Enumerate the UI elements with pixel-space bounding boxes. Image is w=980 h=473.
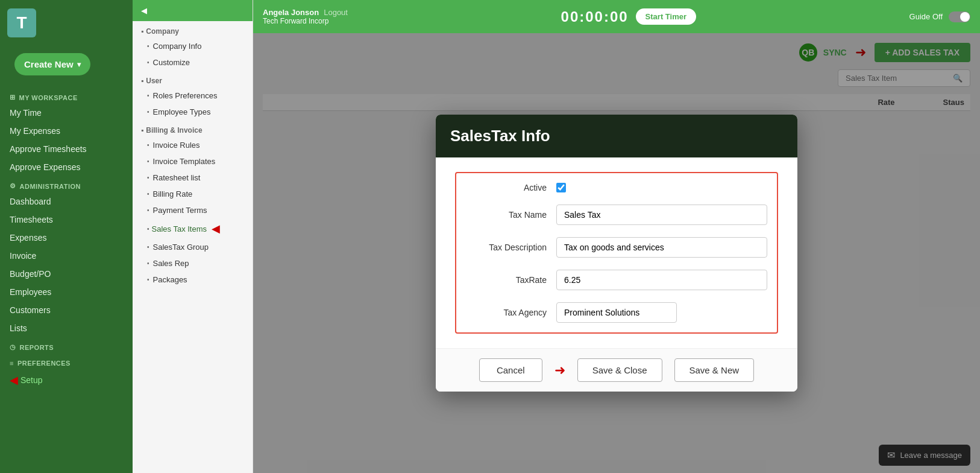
collapse-icon[interactable]: ◀ [141,6,147,15]
tax-rate-label: TaxRate [466,275,556,285]
main-area: Angela Jonson Logout Tech Forward Incorp… [253,0,980,473]
preferences-section: ≡ PREFERENCES [0,354,133,369]
administration-section: ⚙ ADMINISTRATION [0,176,133,192]
submenu-billing-section: ▪ Billing & Invoice [133,120,253,137]
salestax-group-label: SalesTax Group [153,243,209,252]
sidebar: T Create New ▾ ⊞ MY WORKSPACE My Time My… [0,0,133,473]
submenu-roles-preferences[interactable]: • Roles Preferences [133,87,253,104]
submenu-payment-terms[interactable]: • Payment Terms [133,202,253,218]
modal-header: SalesTax Info [436,115,797,157]
tax-desc-input[interactable] [556,237,767,258]
company-info-label: Company Info [153,42,202,51]
submenu-invoice-templates[interactable]: • Invoice Templates [133,153,253,170]
ratesheet-list-label: Ratesheet list [153,173,201,182]
bullet-icon: • [147,226,149,232]
tax-agency-input[interactable] [556,302,677,323]
submenu-sales-tax-items[interactable]: • Sales Tax Items ◀ [133,218,253,239]
sidebar-item-employees[interactable]: Employees [0,283,133,301]
topbar-timer: 00:00:00 Start Timer [561,8,696,25]
preferences-icon: ≡ [10,360,14,367]
submenu-ratesheet-list[interactable]: • Ratesheet list [133,170,253,186]
tax-rate-field-group: TaxRate [466,270,767,290]
company-name: Tech Forward Incorp [263,17,348,25]
admin-label: ADMINISTRATION [20,183,81,190]
tax-rate-input[interactable] [556,270,767,290]
modal-footer: Cancel ➜ Save & Close Save & New [436,348,797,392]
tax-agency-field-group: Tax Agency [466,302,767,323]
create-new-button[interactable]: Create New ▾ [14,53,90,75]
start-timer-button[interactable]: Start Timer [636,8,696,25]
active-label: Active [466,183,556,192]
payment-terms-label: Payment Terms [153,206,207,215]
reports-icon: ◷ [10,343,16,351]
tax-name-field-group: Tax Name [466,205,767,225]
tax-desc-field-group: Tax Description [466,237,767,258]
reports-label: REPORTS [20,344,54,351]
guide-off-label: Guide Off [909,12,943,21]
sidebar-item-timesheets[interactable]: Timesheets [0,211,133,229]
company-section-label: Company [146,27,179,36]
sales-rep-label: Sales Rep [153,259,189,268]
topbar-right: Guide Off [909,11,970,22]
bullet-icon: • [147,174,149,181]
bullet-icon: • [147,158,149,165]
cancel-button[interactable]: Cancel [479,358,542,382]
topbar-user-info: Angela Jonson Logout Tech Forward Incorp [263,8,348,25]
sidebar-item-approve-expenses[interactable]: Approve Expenses [0,158,133,176]
content-area: QB SYNC ➜ + ADD SALES TAX 🔍 Rate Staus S… [253,33,980,473]
submenu-user-section: ▪ User [133,71,253,87]
square-icon: ▪ [141,27,143,36]
sidebar-item-dashboard[interactable]: Dashboard [0,192,133,211]
sidebar-item-invoice[interactable]: Invoice [0,247,133,265]
submenu-salestax-group[interactable]: • SalesTax Group [133,239,253,255]
sales-tax-items-label: Sales Tax Items [152,224,207,233]
workspace-icon: ⊞ [10,94,16,101]
tax-name-input[interactable] [556,205,767,225]
bullet-icon: • [147,92,149,99]
active-checkbox[interactable] [556,183,566,192]
admin-icon: ⚙ [10,182,16,190]
tax-agency-label: Tax Agency [466,308,556,317]
sidebar-item-setup[interactable]: ◀ Setup [0,369,133,391]
tax-name-label: Tax Name [466,210,556,220]
submenu-billing-rate[interactable]: • Billing Rate [133,186,253,202]
submenu-sales-rep[interactable]: • Sales Rep [133,255,253,271]
logout-button[interactable]: Logout [324,8,348,17]
reports-section: ◷ REPORTS [0,337,133,354]
submenu-employee-types[interactable]: • Employee Types [133,104,253,120]
submenu-customize[interactable]: • Customize [133,54,253,71]
submenu-packages[interactable]: • Packages [133,271,253,288]
modal-body: Active Tax Name Tax Description [436,157,797,348]
tax-desc-label: Tax Description [466,243,556,252]
submenu-invoice-rules[interactable]: • Invoice Rules [133,137,253,153]
bullet-icon: • [147,207,149,214]
sidebar-item-expenses[interactable]: Expenses [0,229,133,247]
setup-arrow-icon: ◀ [10,373,18,387]
submenu-company-info[interactable]: • Company Info [133,38,253,54]
bullet-icon: • [147,142,149,148]
guide-toggle[interactable] [949,11,970,22]
sidebar-item-budget-po[interactable]: Budget/PO [0,265,133,283]
sidebar-item-approve-timesheets[interactable]: Approve Timesheets [0,140,133,158]
submenu-company-section: ▪ Company [133,21,253,38]
preferences-label: PREFERENCES [17,360,71,367]
save-new-button[interactable]: Save & New [674,358,755,382]
square-icon2: ▪ [141,77,143,85]
billing-rate-label: Billing Rate [153,189,193,198]
sidebar-item-my-time[interactable]: My Time [0,104,133,122]
active-field-group: Active [466,183,767,192]
bullet-icon: • [147,59,149,66]
customize-label: Customize [153,58,190,67]
sidebar-item-my-expenses[interactable]: My Expenses [0,122,133,140]
form-section: Active Tax Name Tax Description [455,172,778,334]
setup-label: Setup [20,375,43,385]
invoice-templates-label: Invoice Templates [153,157,216,166]
save-close-button[interactable]: Save & Close [577,358,662,382]
invoice-rules-label: Invoice Rules [153,141,200,150]
user-section-label: User [146,77,162,85]
sales-tax-modal: SalesTax Info Active Tax Name [436,115,797,392]
modal-title: SalesTax Info [450,127,550,145]
sidebar-item-customers[interactable]: Customers [0,301,133,319]
bullet-icon: • [147,43,149,49]
sidebar-item-lists[interactable]: Lists [0,319,133,337]
